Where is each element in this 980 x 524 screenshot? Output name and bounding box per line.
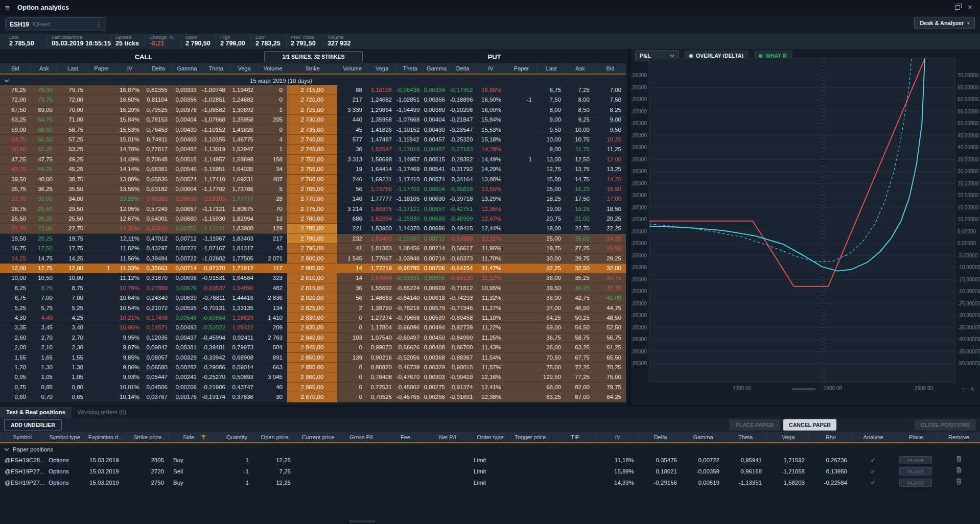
position-row[interactable]: @ESH19P27...Options15.03.20192720Sell-17… (0, 466, 980, 477)
place-paper-button[interactable]: PLACE PAPER (729, 419, 780, 431)
chain-row-2840,00[interactable]: 2,602,702,709,95%0,120350,00437-0,459940… (0, 333, 626, 343)
chain-row-2730,00[interactable]: 63,2564,7571,0015,84%0,781530,00404-1,07… (0, 115, 626, 125)
chain-row-2825,00[interactable]: 5,255,755,2510,54%0,210720,00595-0,70131… (0, 303, 626, 313)
chain-row-2815,00[interactable]: 8,258,758,7510,79%0,278890,00676-0,83537… (0, 283, 626, 293)
chain-row-2740,00[interactable]: 54,7556,5057,2515,01%0,749110,00460-1,10… (0, 135, 626, 145)
place-order-button[interactable]: PLACE (899, 479, 932, 487)
chain-row-2820,00[interactable]: 6,757,007,0010,64%0,243400,00639-0,76811… (0, 293, 626, 303)
chain-row-2745,00[interactable]: 50,5052,2553,2514,78%0,728170,00487-1,13… (0, 145, 626, 154)
positions-header-current-price: Current price (295, 432, 340, 442)
chain-row-2870,00[interactable]: 0,600,700,6510,14%0,037670,00176-0,19174… (0, 392, 626, 402)
put-ask-cell: 29,75 (566, 254, 594, 264)
put-bid-cell: 14,25 (594, 175, 626, 184)
chain-row-2855,00[interactable]: 1,201,301,309,86%0,065800,00282-0,290860… (0, 363, 626, 372)
horizontal-scrollbar[interactable] (0, 519, 980, 524)
close-positions-button[interactable]: CLOSE POSITIONS (915, 419, 976, 431)
quote-value: 05.03.2019 16:55:15 (52, 40, 111, 47)
chart-scrollbar-thumb[interactable] (792, 388, 815, 390)
chain-header-theta: Theta (201, 63, 230, 74)
chain-row-2850,00[interactable]: 1,551,651,559,85%0,080570,00329-0,339420… (0, 353, 626, 363)
chain-row-2760,00[interactable]: 39,5040,0038,7513,88%0,658360,00574-1,17… (0, 175, 626, 184)
chain-row-2830,00[interactable]: 4,304,404,2510,21%0,174980,00548-0,60664… (0, 313, 626, 323)
chain-row-2805,00[interactable]: 12,0012,7512,00111,33%0,356630,00714-0,9… (0, 264, 626, 273)
menu-icon[interactable]: ≡ (5, 3, 10, 12)
tab-test-real-positions[interactable]: Test & Real positions (0, 407, 72, 418)
trash-icon[interactable] (956, 467, 962, 473)
restore-window-icon[interactable] (953, 4, 962, 12)
close-window-icon[interactable]: × (966, 4, 974, 12)
position-row[interactable]: @ESH19C28...Options15.03.20192805Buy112,… (0, 455, 980, 466)
call-paper-cell (88, 95, 115, 105)
cancel-paper-button[interactable]: CANCEL PAPER (783, 419, 836, 431)
chain-row-2715,00[interactable]: 76,2578,0079,7516,87%0,823550,00333-1,00… (0, 85, 626, 95)
expiry-group-row[interactable]: 15 март 2019 (10 days) (0, 76, 626, 85)
chain-row-2775,00[interactable]: 28,7529,5029,5012,95%0,572490,00657-1,17… (0, 204, 626, 214)
chain-header-volume: Volume (337, 63, 367, 74)
call-bid-cell: 1,55 (0, 353, 31, 363)
chain-row-2845,00[interactable]: 2,002,102,309,87%0,098420,00381-0,394810… (0, 343, 626, 352)
call-iv-cell: 16,29% (115, 105, 144, 115)
put-vega-cell: 1,48663 (367, 293, 396, 303)
series-strikes-button[interactable]: 1/1 SERIES, 32 STRIKES (264, 51, 363, 62)
analyse-checkbox[interactable]: ✓ (870, 468, 875, 475)
call-gamma-cell: 0,00206 (172, 383, 201, 392)
symbol-selector[interactable]: ESH19 IQFeed ⋮ (5, 17, 106, 31)
chain-row-2785,00[interactable]: 22,2523,0022,7512,30%0,505820,00703-1,13… (0, 224, 626, 233)
put-gamma-cell: 0,00303 (423, 372, 450, 382)
position-cell-trigger-price- (511, 477, 553, 488)
put-last-cell: 75,00 (536, 363, 566, 372)
call-delta-cell: 0,82355 (144, 85, 172, 95)
tab-working-orders-0-[interactable]: Working orders (0) (72, 407, 132, 418)
chain-row-2755,00[interactable]: 42,7544,2545,2514,14%0,683810,00546-1,15… (0, 164, 626, 174)
call-iv-cell: 12,67% (115, 214, 144, 224)
position-cell-vega: -1,21058 (766, 466, 809, 477)
chain-row-2725,00[interactable]: 67,5069,0070,0016,29%0,795250,00378-1,06… (0, 105, 626, 115)
chain-row-2765,00[interactable]: 35,7536,2535,5013,55%0,631820,00604-1,17… (0, 184, 626, 194)
trash-icon[interactable] (956, 456, 962, 462)
chain-row-2860,00[interactable]: 0,951,051,059,93%0,054470,00241-0,252700… (0, 372, 626, 382)
call-delta-cell: 0,79525 (144, 105, 172, 115)
zoom-out-button[interactable]: − (961, 385, 965, 393)
scrollbar-thumb[interactable] (349, 520, 376, 522)
put-last-cell: 68,00 (536, 383, 566, 392)
paper-positions-group-row[interactable]: Paper positions (0, 444, 53, 455)
analyse-checkbox[interactable]: ✓ (870, 479, 875, 486)
chain-row-2835,00[interactable]: 3,353,453,4010,06%0,145710,00493-0,53022… (0, 323, 626, 332)
kebab-menu-icon[interactable]: ⋮ (96, 21, 102, 28)
call-theta-cell: -1,15930 (201, 214, 230, 224)
analyse-checkbox[interactable]: ✓ (870, 457, 875, 464)
call-volume-cell: 891 (258, 353, 287, 363)
call-bid-cell: 35,75 (0, 184, 31, 194)
chain-row-2810,00[interactable]: 10,0010,5010,0011,12%0,318700,00696-0,91… (0, 273, 626, 283)
chain-row-2735,00[interactable]: 59,0060,5058,7515,53%0,764530,00430-1,10… (0, 125, 626, 135)
call-iv-cell: 10,21% (115, 313, 144, 323)
chain-row-2750,00[interactable]: 47,2547,7549,2514,49%0,706480,00515-1,14… (0, 155, 626, 164)
chain-row-2770,00[interactable]: 31,7533,0034,0013,29%0,602820,00630-1,18… (0, 194, 626, 204)
call-volume-cell: 4 (258, 135, 287, 145)
add-underlier-button[interactable]: ADD UNDERLIER (4, 419, 62, 431)
desk-analyzer-button[interactable]: Desk & Analyzer▾ (914, 17, 975, 29)
put-bid-cell: 15,50 (594, 184, 626, 194)
place-order-button[interactable]: PLACE (899, 456, 932, 464)
chain-header-delta: Delta (144, 63, 172, 74)
chain-row-2780,00[interactable]: 25,5026,2525,5012,67%0,540010,00680-1,15… (0, 214, 626, 224)
position-cell-current-price (295, 477, 340, 488)
call-gamma-cell: 0,00404 (172, 115, 201, 125)
chain-row-2865,00[interactable]: 0,750,850,8010,01%0,045060,00206-0,21906… (0, 383, 626, 392)
put-last-cell: 39,50 (536, 283, 566, 293)
y-axis-label-right: -15,00000 (958, 277, 980, 282)
call-theta-cell: -1,14957 (201, 155, 230, 164)
position-row[interactable]: @ESH19P27...Options15.03.20192750Buy112,… (0, 477, 980, 488)
call-volume-cell: 2 071 (258, 254, 287, 264)
strike-cell: 2 715,00 (287, 85, 337, 95)
chain-row-2790,00[interactable]: 19,5020,2519,7512,11%0,470120,00712-1,11… (0, 234, 626, 244)
chain-row-2800,00[interactable]: 14,2514,7514,2511,56%0,394940,00722-1,02… (0, 254, 626, 264)
strike-cell: 2 835,00 (287, 323, 337, 332)
zoom-in-button[interactable]: + (970, 385, 974, 393)
place-order-button[interactable]: PLACE (899, 467, 932, 475)
chain-row-2795,00[interactable]: 16,7517,5017,7511,82%0,432970,00722-1,07… (0, 244, 626, 253)
chain-row-2720,00[interactable]: 72,0073,7572,0016,50%0,811040,00356-1,02… (0, 95, 626, 105)
filter-icon[interactable] (201, 435, 206, 440)
trash-icon[interactable] (956, 478, 962, 485)
call-ask-cell: 8,75 (31, 283, 57, 293)
